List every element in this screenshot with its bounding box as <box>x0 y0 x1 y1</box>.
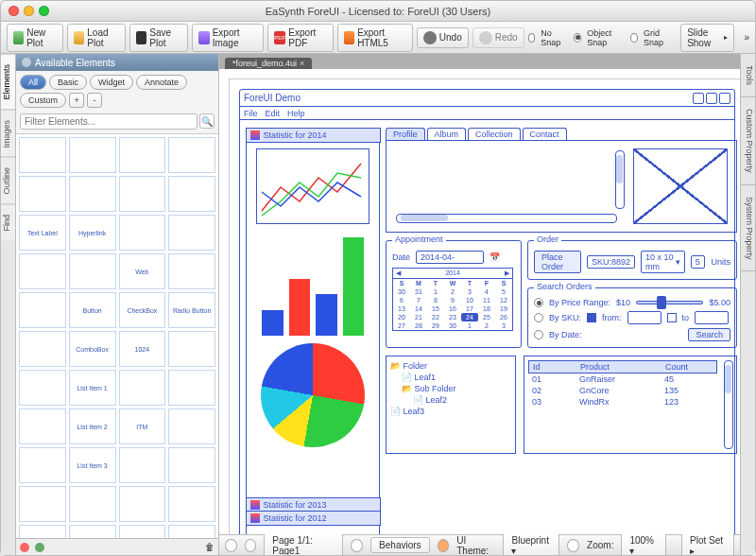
object-snap-radio[interactable]: Object Snap <box>574 28 621 47</box>
close-tab-icon[interactable]: × <box>300 59 304 68</box>
palette-item[interactable] <box>168 525 215 538</box>
palette-item[interactable] <box>69 253 116 289</box>
scrollbar-v-icon[interactable] <box>615 150 625 209</box>
palette-item[interactable] <box>19 486 66 522</box>
from-checkbox[interactable] <box>587 313 596 322</box>
tab-tools[interactable]: Tools <box>741 54 755 97</box>
date-field[interactable]: 2014-04- <box>416 251 484 264</box>
theme-select[interactable]: Blueprint ▾ <box>503 532 559 556</box>
slideshow-button[interactable]: Slide Show▸ <box>680 24 734 52</box>
tab-profile[interactable]: Profile <box>386 128 425 140</box>
nav-next-icon[interactable] <box>351 539 363 552</box>
size-select[interactable]: 10 x 10 mm ▾ <box>641 251 685 273</box>
mockup-window[interactable]: ForeUI Demo FileEditHelp Statistic for 2… <box>239 89 735 534</box>
palette-item[interactable]: List Item 3 <box>69 447 116 483</box>
palette-item[interactable] <box>119 525 166 538</box>
new-plot-button[interactable]: New Plot <box>7 24 63 52</box>
redo-button[interactable]: Redo <box>472 27 524 48</box>
filter-widget[interactable]: Widget <box>90 75 133 90</box>
palette-item[interactable] <box>119 447 166 483</box>
palette-item[interactable] <box>168 176 215 212</box>
palette-item[interactable] <box>168 370 215 406</box>
palette-item[interactable]: Radio Button <box>168 292 215 328</box>
palette-item[interactable]: Web <box>119 253 166 289</box>
tab-images[interactable]: Images <box>1 110 15 158</box>
profile-tabs[interactable]: Profile Album Collection Contact <box>386 128 737 140</box>
export-html5-button[interactable]: Export HTML5 <box>337 24 413 52</box>
folder-tree[interactable]: 📂 Folder 📄 Leaf1 📂 Sub Folder 📄 Leaf2 📄 … <box>386 356 516 454</box>
save-plot-button[interactable]: Save Plot <box>129 24 188 52</box>
palette-item[interactable] <box>19 331 66 367</box>
palette-item[interactable]: 1024 <box>119 331 166 367</box>
trash-icon[interactable]: 🗑 <box>205 542 215 552</box>
palette-item[interactable] <box>69 137 116 173</box>
palette-item[interactable] <box>19 408 66 444</box>
search-button[interactable]: Search <box>688 328 730 341</box>
palette-item[interactable] <box>19 525 66 538</box>
from-field[interactable] <box>627 311 662 324</box>
by-date-radio[interactable] <box>534 330 543 339</box>
filter-all[interactable]: All <box>20 75 46 90</box>
palette-item[interactable] <box>19 370 66 406</box>
palette-item[interactable] <box>168 447 215 483</box>
palette-item[interactable] <box>168 137 215 173</box>
canvas[interactable]: ForeUI Demo FileEditHelp Statistic for 2… <box>219 69 740 534</box>
palette-item[interactable] <box>168 253 215 289</box>
sku-field[interactable]: SKU:8892 <box>587 255 635 269</box>
palette-item[interactable]: ITM <box>119 408 166 444</box>
no-snap-radio[interactable]: No Snap <box>528 28 565 47</box>
palette-item[interactable] <box>19 292 66 328</box>
by-sku-radio[interactable] <box>534 313 543 322</box>
nav-prev-icon[interactable] <box>245 539 257 552</box>
zoom-select[interactable]: 100% ▾ <box>621 532 666 556</box>
add-category-button[interactable]: + <box>69 93 84 108</box>
palette-item[interactable]: CheckBox <box>119 292 166 328</box>
palette-item[interactable] <box>19 447 66 483</box>
place-order-button[interactable]: Place Order <box>534 251 581 273</box>
filter-elements-input[interactable] <box>20 113 198 130</box>
grid-snap-radio[interactable]: Grid Snap <box>630 28 671 47</box>
tab-collection[interactable]: Collection <box>468 128 521 140</box>
undo-button[interactable]: Undo <box>417 27 469 48</box>
tab-contact[interactable]: Contact <box>523 128 567 140</box>
mockup-menubar[interactable]: FileEditHelp <box>240 107 734 120</box>
minimize-icon[interactable] <box>24 6 34 16</box>
nav-first-icon[interactable] <box>225 539 237 552</box>
palette-item[interactable] <box>69 486 116 522</box>
palette-item[interactable] <box>119 137 166 173</box>
palette-item[interactable] <box>119 486 166 522</box>
tab-custom-property[interactable]: Custom Property <box>741 97 755 185</box>
by-price-radio[interactable] <box>534 298 543 307</box>
to-field[interactable] <box>695 311 729 324</box>
table-scrollbar-icon[interactable] <box>724 360 733 449</box>
tab-album[interactable]: Album <box>427 128 467 140</box>
filter-annotate[interactable]: Annotate <box>136 75 187 90</box>
palette-item[interactable]: Text Label <box>19 215 66 251</box>
palette-item[interactable] <box>168 408 215 444</box>
palette-item[interactable]: Hyperlink <box>69 215 116 251</box>
export-image-button[interactable]: Export Image <box>192 24 264 52</box>
palette-item[interactable]: ComboBox <box>69 331 116 367</box>
table-row[interactable]: 01GnRaiser45 <box>528 374 717 385</box>
prev-icon[interactable]: ◀ <box>396 269 401 277</box>
calendar-icon[interactable]: 📅 <box>490 252 500 262</box>
price-slider[interactable] <box>636 301 703 304</box>
table-row[interactable]: 02GnCore135 <box>528 385 717 396</box>
palette-item[interactable] <box>19 137 66 173</box>
palette-item[interactable] <box>168 486 215 522</box>
filter-basic[interactable]: Basic <box>49 75 87 90</box>
table-row[interactable]: 03WindRx123 <box>528 396 717 408</box>
palette-item[interactable] <box>19 253 66 289</box>
search-icon[interactable]: 🔍 <box>199 113 215 129</box>
palette-item[interactable]: List Item 2 <box>69 408 116 444</box>
tab-outline[interactable]: Outline <box>1 157 15 204</box>
filter-custom[interactable]: Custom <box>20 93 66 108</box>
palette-item[interactable] <box>119 215 166 251</box>
palette-item[interactable] <box>168 331 215 367</box>
palette-item[interactable] <box>69 525 116 538</box>
page-indicator[interactable]: Page 1/1: Page1 <box>264 532 343 556</box>
palette-item[interactable] <box>19 176 66 212</box>
palette-item[interactable] <box>168 215 215 251</box>
scrollbar-h-icon[interactable] <box>396 214 617 223</box>
qty-stepper[interactable]: 5 <box>691 255 706 269</box>
